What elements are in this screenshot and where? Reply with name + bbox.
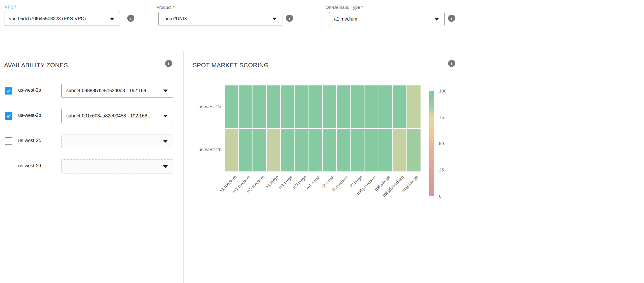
heatmap-cell[interactable]	[267, 129, 280, 172]
on-demand-type-info-icon[interactable]: i	[448, 15, 455, 22]
colorbar-tick-label: 0	[439, 193, 441, 198]
product-label: Product	[156, 5, 172, 10]
az-row-us-west-2c: us-west-2c	[0, 134, 183, 148]
heatmap-column-label: m3.large	[292, 174, 307, 190]
az-zone-label: us-west-2a	[18, 87, 41, 93]
az-zone-label: us-west-2c	[18, 138, 41, 143]
chevron-down-icon	[163, 90, 168, 92]
heatmap-cell[interactable]	[323, 129, 336, 172]
heatmap-cell[interactable]	[239, 85, 252, 128]
az-row-us-west-2a: us-west-2a subnet-09888f7be5152d0e3 - 19…	[0, 84, 183, 98]
checkmark-icon	[6, 113, 11, 119]
on-demand-type-select-value: a1.medium	[334, 16, 357, 22]
subnet-select-us-west-2b[interactable]: subnet-091c603aa82e09453 - 192.168…	[61, 109, 173, 123]
heatmap-cell[interactable]	[379, 129, 393, 172]
az-zone-label: us-west-2d	[18, 163, 41, 169]
heatmap-cell[interactable]	[407, 85, 421, 128]
vpc-select-value: vpc-0adcb70f645508223 (EKS-VPC)	[9, 16, 86, 21]
heatmap-cell[interactable]	[323, 85, 336, 128]
heatmap-cell[interactable]	[379, 85, 393, 128]
availability-zones-info-icon[interactable]: i	[165, 60, 172, 67]
spot-market-scoring-info-icon[interactable]: i	[448, 60, 455, 67]
heatmap-cell[interactable]	[281, 85, 294, 128]
heatmap-colorbar	[429, 91, 434, 196]
heatmap-cell[interactable]	[351, 85, 365, 128]
heatmap-column-label: m1.small	[305, 174, 321, 190]
heatmap-cell[interactable]	[267, 85, 280, 128]
heatmap-column-label: a1.large	[264, 174, 279, 189]
product-select[interactable]: Linux/UNIX	[158, 12, 282, 26]
product-field-label: Product*	[156, 5, 174, 10]
heatmap-cell[interactable]	[309, 85, 323, 128]
spot-market-scoring-title: SPOT MARKET SCORING	[193, 62, 269, 69]
heatmap-cell[interactable]	[309, 129, 323, 172]
colorbar-tick-label: 50	[439, 141, 444, 146]
section-divider	[183, 51, 184, 283]
vpc-field-label: VPC*	[5, 4, 17, 9]
heatmap-cell[interactable]	[295, 129, 309, 172]
product-info-icon[interactable]: i	[286, 15, 293, 22]
heatmap-cell[interactable]	[365, 129, 379, 172]
az-checkbox-us-west-2a[interactable]	[5, 87, 12, 95]
vpc-info-icon[interactable]: i	[127, 15, 134, 22]
heatmap-cell[interactable]	[393, 129, 406, 172]
subnet-select-us-west-2d[interactable]	[61, 159, 173, 173]
chevron-down-icon	[272, 18, 277, 20]
az-zone-label: us-west-2b	[18, 113, 41, 118]
az-checkbox-us-west-2c[interactable]	[5, 137, 12, 145]
heatmap-column-label: t2.large	[349, 174, 363, 188]
heatmap-cell[interactable]	[253, 129, 267, 172]
spot-configuration-page: VPC* vpc-0adcb70f645508223 (EKS-VPC) i P…	[0, 0, 644, 283]
on-demand-type-required-asterisk: *	[361, 5, 363, 10]
heatmap-column-label: m1.large	[277, 174, 293, 190]
on-demand-type-label: On-Demand Type	[326, 5, 360, 10]
heatmap-row-label: us-west-2b	[189, 147, 221, 152]
heatmap-cell[interactable]	[407, 129, 421, 172]
subnet-select-value: subnet-09888f7be5152d0e3 - 192.168…	[66, 88, 151, 93]
az-checkbox-us-west-2b[interactable]	[5, 112, 12, 120]
product-select-value: Linux/UNIX	[163, 16, 187, 21]
heatmap-cell[interactable]	[295, 85, 309, 128]
subnet-select-us-west-2a[interactable]: subnet-09888f7be5152d0e3 - 192.168…	[61, 84, 173, 98]
heatmap-cell[interactable]	[239, 129, 252, 172]
chevron-down-icon	[163, 165, 168, 168]
heatmap-cell[interactable]	[337, 129, 350, 172]
availability-zones-divider	[4, 74, 175, 74]
heatmap-cell[interactable]	[365, 85, 379, 128]
heatmap-cell[interactable]	[337, 85, 350, 128]
heatmap-cell[interactable]	[393, 85, 406, 128]
chevron-down-icon	[163, 140, 168, 143]
vpc-required-asterisk: *	[15, 4, 17, 9]
heatmap-row-label: us-west-2a	[189, 104, 221, 110]
subnet-select-value: subnet-091c603aa82e09453 - 192.168…	[66, 113, 152, 119]
spot-market-heatmap	[225, 85, 421, 171]
colorbar-tick-label: 75	[439, 115, 444, 120]
product-required-asterisk: *	[173, 5, 174, 10]
subnet-select-us-west-2c[interactable]	[61, 134, 173, 148]
az-row-us-west-2d: us-west-2d	[0, 159, 183, 173]
vpc-label: VPC	[5, 4, 14, 9]
checkmark-icon	[6, 88, 11, 93]
az-row-us-west-2b: us-west-2b subnet-091c603aa82e09453 - 19…	[0, 109, 183, 123]
colorbar-tick-label: 25	[439, 167, 444, 172]
on-demand-type-select[interactable]: a1.medium	[329, 12, 445, 26]
on-demand-type-field-label: On-Demand Type*	[326, 5, 363, 10]
chevron-down-icon	[110, 18, 114, 20]
az-checkbox-us-west-2d[interactable]	[5, 163, 12, 170]
heatmap-cell[interactable]	[225, 85, 238, 128]
chevron-down-icon	[163, 115, 168, 117]
heatmap-cell[interactable]	[351, 129, 365, 172]
heatmap-cell[interactable]	[281, 129, 294, 172]
vpc-select[interactable]: vpc-0adcb70f645508223 (EKS-VPC)	[4, 12, 120, 26]
spot-market-scoring-divider	[192, 74, 457, 74]
heatmap-cell[interactable]	[225, 129, 238, 172]
chevron-down-icon	[434, 18, 439, 21]
colorbar-tick-label: 100	[439, 88, 446, 93]
heatmap-cell[interactable]	[253, 85, 267, 128]
availability-zones-title: AVAILABILITY ZONES	[4, 62, 68, 69]
